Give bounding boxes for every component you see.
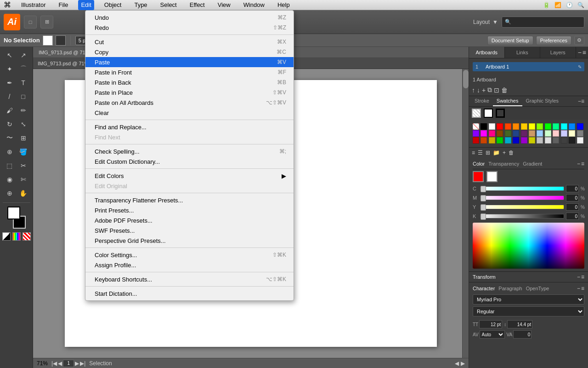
swatch-libraries-icon[interactable]: ≡ <box>472 150 475 156</box>
swatch-white[interactable] <box>489 123 495 130</box>
transform-collapse-btn[interactable]: − <box>577 274 580 280</box>
tab-transparency[interactable]: Transparency <box>488 161 519 167</box>
selection-tool[interactable]: ↖ <box>3 49 16 62</box>
swatch-lavender[interactable] <box>561 130 567 137</box>
color-spectrum[interactable] <box>473 223 584 269</box>
tab-gradient[interactable]: Gradient <box>523 161 542 167</box>
fill-color[interactable] <box>7 207 20 219</box>
scrollbar-thumb[interactable] <box>463 70 469 88</box>
search-box[interactable]: 🔍 <box>502 17 584 28</box>
swatch-yellow[interactable] <box>529 123 535 130</box>
swatch-light-gray[interactable] <box>545 137 551 144</box>
rotate-tool[interactable]: ↻ <box>3 118 16 131</box>
swatch-cream[interactable] <box>569 130 575 137</box>
menu-keyboard-shortcuts[interactable]: Keyboard Shortcuts... ⌥⇧⌘K <box>85 274 294 284</box>
swatch-azure[interactable] <box>569 123 575 130</box>
paintbrush-tool[interactable]: 🖌 <box>3 104 16 117</box>
swatches-collapse-btn[interactable]: − <box>578 98 581 104</box>
m-slider-thumb[interactable] <box>481 195 486 201</box>
swatch-add-icon[interactable]: + <box>503 150 506 156</box>
tab-stroke[interactable]: Stroke <box>471 96 493 106</box>
menu-edit-original[interactable]: Edit Original <box>85 181 294 191</box>
swatch-mint[interactable] <box>545 130 551 137</box>
k-slider-thumb[interactable] <box>481 213 486 220</box>
tab-artboards[interactable]: Artboards <box>469 47 505 58</box>
swatch-none[interactable] <box>473 123 479 130</box>
font-size-input[interactable] <box>479 320 502 328</box>
menu-file[interactable]: File <box>56 0 71 10</box>
c-value-input[interactable] <box>566 185 579 192</box>
move-to-canvas-icon[interactable]: ⊡ <box>494 86 499 94</box>
add-artboard-icon[interactable]: + <box>482 86 486 94</box>
color-stroke-indicator[interactable] <box>473 171 484 182</box>
y-slider[interactable] <box>480 205 564 209</box>
menu-perspective-grid[interactable]: Perspective Grid Presets... <box>85 236 294 246</box>
panel-expand-btn[interactable]: ≡ <box>582 49 586 56</box>
menu-edit-colors[interactable]: Edit Colors ▶ <box>85 171 294 181</box>
swatch-dark-gray[interactable] <box>553 137 559 144</box>
swatch-black[interactable] <box>481 123 487 130</box>
swatch-vermillion[interactable] <box>505 123 511 130</box>
swatch-dark-orange[interactable] <box>481 137 487 144</box>
layout-dropdown-icon[interactable]: ▼ <box>492 19 498 25</box>
search-icon[interactable]: 🔍 <box>577 2 584 8</box>
menu-find-replace[interactable]: Find and Replace... <box>85 122 294 132</box>
swatch-violet[interactable] <box>473 130 479 137</box>
preferences-button[interactable]: Preferences <box>536 36 571 45</box>
zoom-tool[interactable]: ⊕ <box>3 187 16 200</box>
tab-opentype[interactable]: OpenType <box>526 286 549 291</box>
menu-edit[interactable]: Edit <box>78 0 94 10</box>
pattern-icon[interactable] <box>23 232 31 241</box>
panel-collapse-btn[interactable]: − <box>578 49 582 56</box>
swatch-dark-yellow[interactable] <box>489 137 495 144</box>
slice-tool[interactable]: ✂ <box>17 159 30 172</box>
menu-assign-profile[interactable]: Assign Profile... <box>85 260 294 270</box>
swatch-charcoal[interactable] <box>561 137 567 144</box>
m-value-input[interactable] <box>566 194 579 201</box>
page-prev-btn[interactable]: ◀ <box>58 360 62 367</box>
line-tool[interactable]: / <box>3 90 16 103</box>
swatches-menu-btn[interactable]: ≡ <box>581 98 584 104</box>
swatch-dark-blue[interactable] <box>513 137 519 144</box>
free-transform-tool[interactable]: ⊞ <box>17 132 30 144</box>
nav-arrow-right[interactable]: ▶ <box>461 360 465 367</box>
swatch-dark-red[interactable] <box>473 137 479 144</box>
warp-tool[interactable]: 〜 <box>3 132 16 144</box>
menu-cut[interactable]: Cut ⌘X <box>85 37 294 47</box>
menu-help[interactable]: Help <box>275 0 293 10</box>
swatch-olive[interactable] <box>529 137 535 144</box>
menu-clear[interactable]: Clear <box>85 108 294 118</box>
delete-artboard-icon[interactable]: 🗑 <box>501 86 508 94</box>
menu-paste-place[interactable]: Paste in Place ⇧⌘V <box>85 87 294 98</box>
menu-paste[interactable]: Paste ⌘V <box>85 57 294 67</box>
pen-tool[interactable]: ✒ <box>3 76 16 89</box>
m-slider[interactable] <box>480 196 564 200</box>
c-slider-thumb[interactable] <box>481 186 486 192</box>
eraser-tool[interactable]: ◉ <box>3 173 16 186</box>
swatch-off-white[interactable] <box>577 137 583 144</box>
page-first-btn[interactable]: |◀ <box>51 360 57 367</box>
stroke-color-box[interactable] <box>43 35 53 46</box>
y-value-input[interactable] <box>566 203 579 211</box>
direct-selection-tool[interactable]: ↗ <box>17 49 30 62</box>
swatch-brown[interactable] <box>497 130 503 137</box>
nav-arrow-left[interactable]: ◀ <box>455 360 459 367</box>
swatch-dark-purple[interactable] <box>521 137 527 144</box>
menu-transparency-flattener[interactable]: Transparency Flattener Presets... <box>85 195 294 205</box>
color-menu-btn[interactable]: ≡ <box>581 161 584 167</box>
live-paint-tool[interactable]: 🪣 <box>17 145 30 158</box>
swatch-amber[interactable] <box>521 123 527 130</box>
character-collapse-btn[interactable]: − <box>577 285 580 292</box>
page-last-btn[interactable]: ▶| <box>80 360 85 367</box>
swatch-light-blue[interactable] <box>537 130 543 137</box>
menu-select[interactable]: Select <box>158 0 180 10</box>
swatch-near-black[interactable] <box>569 137 575 144</box>
artboard-list-item[interactable]: 1 Artboard 1 ✎ <box>473 62 584 71</box>
fill-swatch-indicator[interactable] <box>484 109 493 118</box>
arrange-btn[interactable]: ⊞ <box>40 16 53 29</box>
kerning-input[interactable] <box>513 330 531 339</box>
type-tool[interactable]: T <box>17 76 30 89</box>
page-next-btn[interactable]: ▶ <box>75 360 79 367</box>
swatch-list-view-icon[interactable]: ☰ <box>478 150 483 156</box>
menu-print-presets[interactable]: Print Presets... <box>85 205 294 215</box>
